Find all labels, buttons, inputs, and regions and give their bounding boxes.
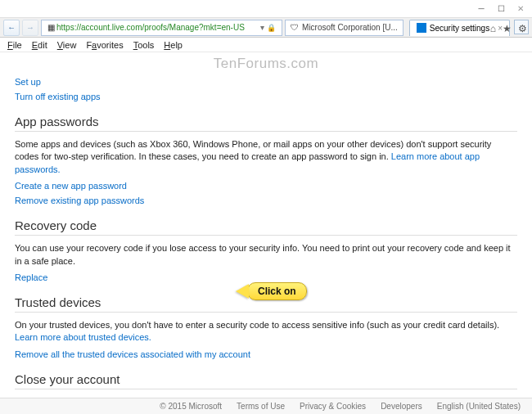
divider <box>15 312 517 313</box>
remove-trusted-link[interactable]: Remove all the trusted devices associate… <box>15 349 517 359</box>
url-text: https://account.live.com/proofs/Manage?m… <box>56 23 245 32</box>
shield-icon: 🛡 <box>291 23 299 32</box>
replace-link[interactable]: Replace <box>15 272 517 282</box>
menu-help[interactable]: Help <box>160 39 187 51</box>
create-app-pw-link[interactable]: Create a new app password <box>15 181 517 191</box>
tools-icon[interactable]: ⚙ <box>518 23 527 34</box>
certificate-badge[interactable]: 🛡 Microsoft Corporation [U... <box>285 20 404 36</box>
favorites-icon[interactable]: ★ <box>503 23 512 34</box>
turnoff-link[interactable]: Turn off existing apps <box>15 92 517 101</box>
recovery-text: You can use your recovery code if you lo… <box>15 242 517 268</box>
setup-link[interactable]: Set up <box>15 77 517 87</box>
lock-icon: 🔒 <box>267 24 276 32</box>
app-passwords-heading: App passwords <box>15 115 517 128</box>
trusted-body: On your trusted devices, you don't have … <box>15 320 499 330</box>
home-icon[interactable]: ⌂ <box>490 23 496 34</box>
url-input[interactable]: ▦ https://account.live.com/proofs/Manage… <box>41 20 282 36</box>
maximize-button[interactable]: ☐ <box>491 2 511 16</box>
tab-title: Security settings <box>430 24 489 33</box>
menu-file[interactable]: File <box>3 39 26 51</box>
page-icon: ▦ <box>45 22 56 34</box>
tab-favicon <box>417 23 426 33</box>
copyright-text: © 2015 Microsoft <box>160 402 222 411</box>
close-account-heading: Close your account <box>15 372 517 386</box>
forward-button[interactable]: → <box>22 20 38 36</box>
back-button[interactable]: ← <box>3 20 20 36</box>
callout-label: Click on <box>247 282 307 300</box>
menu-edit[interactable]: Edit <box>28 39 52 51</box>
footer-developers[interactable]: Developers <box>381 402 422 411</box>
page-footer: © 2015 Microsoft Terms of Use Privacy & … <box>0 398 532 414</box>
footer-terms[interactable]: Terms of Use <box>237 402 285 411</box>
menu-favorites[interactable]: Favorites <box>82 39 127 51</box>
minimize-button[interactable]: ─ <box>471 2 491 16</box>
address-bar: ← → ▦ https://account.live.com/proofs/Ma… <box>0 18 532 38</box>
menu-bar: File Edit View Favorites Tools Help <box>0 38 532 52</box>
cert-label: Microsoft Corporation [U... <box>302 23 398 32</box>
divider <box>15 389 517 389</box>
trusted-text: On your trusted devices, you don't have … <box>15 319 517 344</box>
window-titlebar: ─ ☐ ✕ <box>0 0 532 18</box>
app-passwords-text: Some apps and devices (such as Xbox 360,… <box>15 138 517 176</box>
remove-app-pw-link[interactable]: Remove existing app passwords <box>15 196 517 205</box>
page-content: TenForums.com Set up Turn off existing a… <box>0 52 532 398</box>
footer-language[interactable]: English (United States) <box>437 402 521 411</box>
footer-privacy[interactable]: Privacy & Cookies <box>300 402 366 411</box>
divider <box>15 235 517 236</box>
dropdown-icon[interactable]: ▾ <box>260 23 264 32</box>
divider <box>15 131 517 132</box>
menu-tools[interactable]: Tools <box>129 39 159 51</box>
close-button[interactable]: ✕ <box>511 2 530 16</box>
watermark-text: TenForums.com <box>15 52 517 72</box>
callout-arrow <box>236 284 249 299</box>
recovery-heading: Recovery code <box>15 218 517 232</box>
menu-view[interactable]: View <box>53 39 81 51</box>
learn-trusted-link[interactable]: Learn more about trusted devices. <box>15 332 151 342</box>
callout-annotation: Click on <box>236 282 307 300</box>
